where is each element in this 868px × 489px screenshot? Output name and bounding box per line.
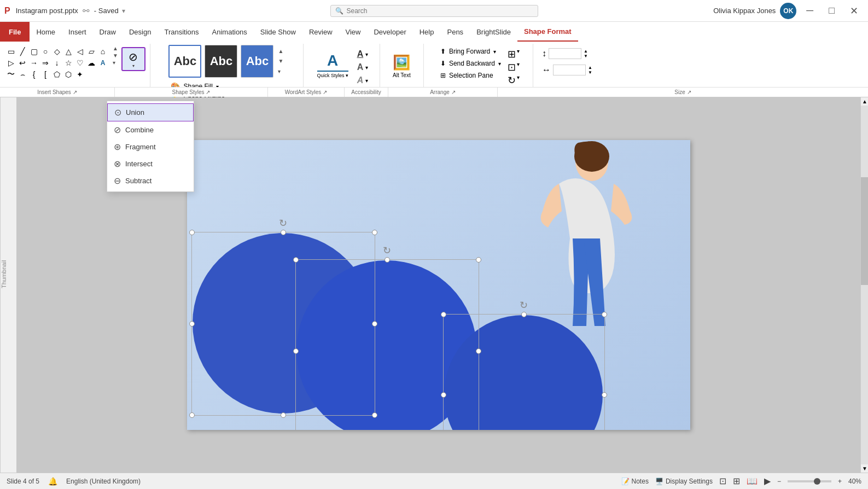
menu-file[interactable]: File [0, 22, 30, 42]
align-left-icon[interactable]: ⊞ [508, 48, 516, 60]
abc-button-3[interactable]: Abc [241, 45, 273, 78]
handle-ml-2[interactable] [293, 348, 299, 354]
minimize-button[interactable]: ─ [801, 5, 819, 16]
rotate-handle-3[interactable]: ↻ [520, 299, 528, 311]
parallelogram-icon[interactable]: ▱ [86, 46, 97, 57]
height-up[interactable]: ▲ [584, 49, 588, 54]
union-menu-item[interactable]: ⊙ Union [107, 103, 194, 121]
zoom-plus[interactable]: + [838, 478, 842, 485]
menu-review[interactable]: Review [302, 22, 339, 42]
menu-draw[interactable]: Draw [93, 22, 123, 42]
rotate-arrow[interactable]: ▾ [517, 74, 520, 86]
text-outline-btn[interactable]: A ▾ [355, 61, 371, 73]
handle-ml-3[interactable] [441, 392, 446, 398]
style-scroll-down[interactable]: ▼ [277, 57, 284, 65]
rounded-rect-icon[interactable]: ▢ [28, 46, 39, 57]
style-scroll-up[interactable]: ▲ [277, 48, 284, 55]
combine-menu-item[interactable]: ⊘ Combine [107, 121, 194, 138]
right-scrollbar[interactable]: ▲ ▼ [860, 97, 868, 473]
menu-design[interactable]: Design [123, 22, 158, 42]
scroll-up-btn[interactable]: ▲ [861, 97, 868, 106]
handle-tm-1[interactable] [281, 230, 286, 235]
bracket-icon[interactable]: [ [40, 69, 51, 80]
bend-icon[interactable]: ↩ [17, 57, 28, 68]
handle-mr-3[interactable] [602, 392, 607, 398]
height-down[interactable]: ▼ [584, 54, 588, 59]
handle-tr-1[interactable] [372, 230, 377, 235]
abc-button-2[interactable]: Abc [205, 45, 237, 78]
rotate-handle-1[interactable]: ↻ [279, 217, 287, 229]
slide[interactable]: ↻ ↻ [187, 140, 690, 430]
star-icon[interactable]: ☆ [63, 57, 74, 68]
ltriangle-icon[interactable]: ▷ [5, 57, 16, 68]
handle-tl-2[interactable] [293, 257, 299, 263]
handle-ml-1[interactable] [189, 321, 195, 327]
handle-tr-2[interactable] [476, 257, 481, 263]
handle-tm-2[interactable] [385, 257, 390, 263]
menu-pens[interactable]: Pens [440, 22, 470, 42]
barrow-icon[interactable]: ⇒ [40, 57, 51, 68]
heart-icon[interactable]: ♡ [74, 57, 85, 68]
notes-btn[interactable]: 📝 Notes [621, 478, 649, 485]
menu-help[interactable]: Help [413, 22, 441, 42]
view-grid-icon[interactable]: ⊞ [733, 476, 740, 486]
brace-icon[interactable]: { [28, 69, 39, 80]
rtriangle-icon[interactable]: ◁ [74, 46, 85, 57]
bring-forward-btn[interactable]: ⬆ Bring Forward ▾ [437, 46, 504, 57]
width-input[interactable] [553, 65, 586, 75]
menu-developer[interactable]: Developer [367, 22, 412, 42]
darrow-icon[interactable]: ↓ [51, 57, 62, 68]
zoom-slider[interactable] [788, 480, 831, 482]
arrange-section[interactable]: Arrange ↗ [388, 88, 498, 97]
view-normal-icon[interactable]: ⊡ [719, 476, 726, 486]
scroll-down-btn[interactable]: ▼ [861, 464, 868, 473]
fragment-menu-item[interactable]: ⊛ Fragment [107, 138, 194, 155]
zoom-thumb[interactable] [814, 478, 820, 485]
handle-bl-1[interactable] [189, 412, 195, 418]
avatar[interactable]: OK [780, 3, 796, 19]
group-arrow[interactable]: ▾ [517, 61, 520, 73]
scroll-track[interactable] [861, 106, 868, 464]
menu-shape-format[interactable]: Shape Format [517, 22, 578, 42]
close-button[interactable]: ✕ [844, 5, 864, 17]
view-present-icon[interactable]: ▶ [764, 476, 771, 486]
arrow-icon[interactable]: → [28, 57, 39, 68]
display-settings-btn[interactable]: 🖥️ Display Settings [655, 478, 713, 485]
width-up[interactable]: ▲ [588, 65, 592, 70]
insert-shapes-section[interactable]: Insert Shapes ↗ [0, 88, 115, 97]
menu-view[interactable]: View [339, 22, 368, 42]
menu-transitions[interactable]: Transitions [158, 22, 205, 42]
trapezoid-icon[interactable]: ⌂ [97, 46, 108, 57]
text-fill-btn[interactable]: A ▾ [355, 48, 371, 60]
handle-tl-1[interactable] [189, 230, 195, 235]
triangle-icon[interactable]: △ [63, 46, 74, 57]
merge-shapes-button[interactable]: ⊘ ▾ [121, 47, 145, 71]
shapes-scroll-up[interactable]: ▲ [112, 45, 119, 52]
shapes-more[interactable]: ▾ [112, 59, 119, 66]
line-icon[interactable]: ╱ [17, 46, 28, 57]
style-more[interactable]: ▾ [277, 68, 284, 75]
cloud-icon[interactable]: ☁ [86, 57, 97, 68]
text-icon[interactable]: A [97, 57, 108, 68]
menu-insert[interactable]: Insert [62, 22, 93, 42]
rotate-icon[interactable]: ↻ [508, 74, 516, 86]
oval-icon[interactable]: ○ [40, 46, 51, 57]
text-effects-btn[interactable]: A ▾ [355, 74, 371, 86]
menu-slideshow[interactable]: Slide Show [254, 22, 302, 42]
arc-icon[interactable]: ⌢ [17, 69, 28, 80]
handle-tm-3[interactable] [521, 312, 527, 317]
handle-tl-3[interactable] [441, 312, 446, 317]
notes-icon[interactable]: 🔔 [48, 477, 57, 486]
selection-pane-btn[interactable]: ⊞ Selection Pane [437, 70, 504, 81]
handle-bm-1[interactable] [281, 412, 286, 418]
shapes-scroll-down[interactable]: ▼ [112, 52, 119, 59]
align-left-arrow[interactable]: ▾ [517, 48, 520, 60]
wordart-section[interactable]: WordArt Styles ↗ [268, 88, 345, 97]
menu-home[interactable]: Home [30, 22, 62, 42]
group-icon[interactable]: ⊡ [508, 61, 516, 73]
hexagon-icon[interactable]: ⬡ [63, 69, 74, 80]
abc-button-1[interactable]: Abc [168, 45, 201, 78]
maximize-button[interactable]: □ [823, 5, 840, 16]
accessibility-section[interactable]: Accessibility [345, 88, 388, 97]
size-section[interactable]: Size ↗ [498, 88, 868, 97]
